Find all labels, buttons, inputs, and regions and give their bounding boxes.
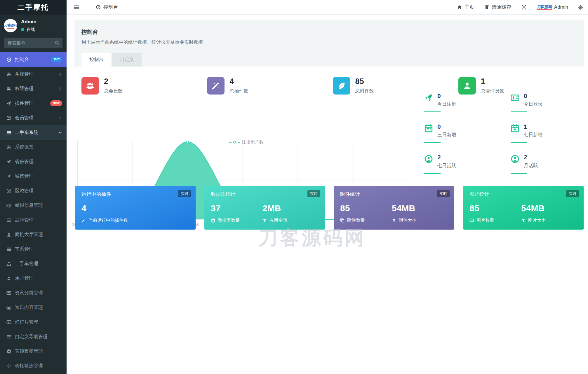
menu-toggle-icon[interactable] <box>67 4 85 10</box>
sidebar-item-used-car[interactable]: 二手车管理 <box>0 256 67 271</box>
mini-stats: 0今日注册0今日登录0三日新增1七日新增2七日活跃2月活跃 <box>424 92 588 174</box>
card-image-stats[interactable]: 图片统计实时85图片数量54MB图片大小 <box>463 186 584 230</box>
chevron-left-icon <box>58 116 62 120</box>
legend-line <box>238 142 240 143</box>
content-area: 控制台 用于展示当前系统中的统计数据、统计报表及重要实时数据 控制台自定义 2总… <box>74 20 584 374</box>
filter-icon <box>521 218 526 223</box>
leaf-icon <box>337 81 346 90</box>
bars-icon <box>6 218 11 223</box>
user-icon <box>463 81 472 90</box>
card-value: 2MB <box>262 203 314 213</box>
user-menu[interactable]: 刀客源码 Admin <box>537 4 568 10</box>
sidebar-search <box>4 38 62 48</box>
user-circle-icon <box>424 155 433 163</box>
avatar[interactable]: 刀客源码 <box>4 19 17 32</box>
newspaper-icon <box>6 305 11 310</box>
realtime-badge: 实时 <box>178 190 191 197</box>
cogs-icon <box>578 5 583 10</box>
clear-cache-button[interactable]: 清除缓存 <box>484 4 512 11</box>
sidebar-item-brand[interactable]: 品牌管理 <box>0 213 67 227</box>
stat-label: 总附件数 <box>355 88 374 94</box>
fullscreen-button[interactable] <box>521 5 527 10</box>
sidebar-item-business-hall[interactable]: 商机大厅管理 <box>0 227 67 242</box>
mini-stat-value: 0 <box>437 92 456 99</box>
sidebar-item-custom-nav[interactable]: 自定义导航管理 <box>0 329 67 344</box>
sidebar-item-top-package[interactable]: 置顶套餐管理 <box>0 344 67 359</box>
sidebar-item-system-settings[interactable]: 系统设置 <box>0 140 67 154</box>
panel-body: 2总会员数4总插件数85总附件数1总管理员数 注册用户数 05-242025-0… <box>74 67 584 374</box>
mini-stat-value: 2 <box>437 153 456 161</box>
sidebar-item-dashboard[interactable]: 控制台hot <box>0 52 67 67</box>
mini-stat-underline <box>424 173 441 174</box>
user-name: Admin <box>21 19 36 25</box>
wand-icon <box>211 81 220 90</box>
card-value: 54MB <box>392 203 443 213</box>
sidebar-item-user-manage[interactable]: 用户管理 <box>0 271 67 286</box>
chevron-left-icon <box>58 72 62 76</box>
card-title: 图片统计 <box>469 191 577 198</box>
home-button[interactable]: 主页 <box>457 4 474 11</box>
navbar-tab-dashboard[interactable]: 控制台 <box>96 4 118 11</box>
sitemap-icon <box>6 261 11 266</box>
film-icon <box>6 203 11 208</box>
chart-legend[interactable]: 注册用户数 <box>229 139 264 145</box>
sidebar-item-report-info[interactable]: 举报信息管理 <box>0 198 67 213</box>
search-icon[interactable] <box>55 41 60 45</box>
realtime-badge: 实时 <box>437 190 450 197</box>
newspaper-icon <box>6 291 11 296</box>
sidebar-item-secondhand-system[interactable]: 二手车系统 <box>0 125 67 140</box>
card-attachment-stats[interactable]: 附件统计实时85附件数量54MB附件大小 <box>334 186 454 230</box>
mini-stat-value: 0 <box>437 123 456 130</box>
legend-label: 注册用户数 <box>242 139 264 145</box>
sidebar-item-city[interactable]: 城市管理 <box>0 169 67 183</box>
sidebar-item-news-content[interactable]: 资讯内容管理 <box>0 300 67 315</box>
navbar-avatar: 刀客源码 <box>537 5 552 10</box>
stat-0: 2总会员数 <box>81 77 207 95</box>
sidebar-item-district[interactable]: 区域管理 <box>0 183 67 198</box>
sidebar-item-member[interactable]: 会员管理 <box>0 111 67 125</box>
tab-dashboard[interactable]: 控制台 <box>81 53 111 67</box>
settings-button[interactable] <box>578 5 583 10</box>
top-navbar: 控制台 主页 清除缓存 刀客源码 Admin <box>67 0 588 15</box>
mini-stat-underline <box>424 142 441 143</box>
home-icon <box>457 5 462 10</box>
page-title: 控制台 <box>81 28 577 36</box>
card-title: 运行中的插件 <box>81 191 189 198</box>
mini-stat-label: 三日新增 <box>437 132 456 138</box>
sidebar-item-news-category[interactable]: 资讯分类管理 <box>0 286 67 300</box>
chevron-down-icon <box>58 131 62 134</box>
search-icon <box>55 41 60 45</box>
stat-3: 1总管理员数 <box>458 77 584 95</box>
expand-icon <box>521 5 527 10</box>
new-badge: new <box>50 100 62 106</box>
mini-stat-value: 2 <box>524 153 538 161</box>
sidebar: 二手摩托 刀客源码 Admin 在线 控制台hot常规管理权限管理插件管理new… <box>0 0 67 374</box>
mini-stat-underline <box>511 142 527 143</box>
sidebar-item-car-series[interactable]: 车系管理 <box>0 242 67 256</box>
user-icon <box>6 232 11 237</box>
filter-icon <box>262 218 267 223</box>
tab-custom[interactable]: 自定义 <box>112 53 142 67</box>
summary-cards: 运行中的插件实时4当前运行中的插件数数据库统计实时37数据表数量2MB占用空间附… <box>75 186 584 230</box>
stat-value: 85 <box>355 77 374 86</box>
gauge-icon <box>96 5 101 10</box>
sidebar-item-auth[interactable]: 权限管理 <box>0 81 67 96</box>
avatar-logo-text: 刀客源码 <box>4 23 17 27</box>
avatar-logo-underline <box>7 28 14 29</box>
search-input[interactable] <box>4 38 62 48</box>
card-database-stats[interactable]: 数据库统计实时37数据表数量2MB占用空间 <box>204 186 325 230</box>
card-value: 4 <box>81 203 133 213</box>
sidebar-item-price-filter[interactable]: 价格筛选管理 <box>0 359 67 373</box>
trash-icon <box>484 5 489 10</box>
sidebar-item-general[interactable]: 常规管理 <box>0 67 67 81</box>
card-running-addons[interactable]: 运行中的插件实时4当前运行中的插件数 <box>75 186 196 230</box>
mini-stat-label: 月活跃 <box>524 163 538 169</box>
cogs-icon <box>578 5 583 10</box>
sidebar-item-slides[interactable]: 幻灯片管理 <box>0 315 67 329</box>
app-logo[interactable]: 二手摩托 <box>0 0 67 15</box>
sidebar-item-addon[interactable]: 插件管理new <box>0 96 67 111</box>
page-subtitle: 用于展示当前系统中的统计数据、统计报表及重要实时数据 <box>81 39 577 46</box>
mini-stat-1: 0今日登录 <box>511 92 588 112</box>
rocket-icon <box>424 93 433 102</box>
sidebar-item-province[interactable]: 省份管理 <box>0 154 67 169</box>
